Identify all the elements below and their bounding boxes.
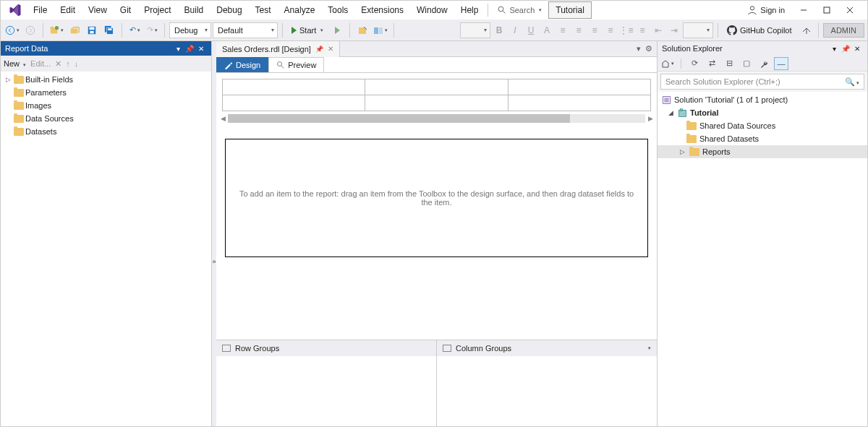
font-color-button[interactable]: A bbox=[540, 23, 554, 38]
chevron-down-icon[interactable]: ▾ bbox=[648, 345, 651, 351]
column-groups-panel: Column Groups▾ bbox=[436, 340, 657, 426]
close-icon[interactable]: ✕ bbox=[195, 45, 207, 53]
pin-icon[interactable]: 📌 bbox=[315, 46, 323, 53]
menu-debug[interactable]: Debug bbox=[210, 2, 248, 18]
undo-button[interactable]: ↶▾ bbox=[127, 22, 142, 38]
se-preview-button[interactable]: — bbox=[774, 57, 788, 70]
tree-datasets[interactable]: Datasets bbox=[1, 125, 211, 138]
align-center-button[interactable]: ≡ bbox=[571, 23, 586, 38]
solution-explorer-search[interactable]: Search Solution Explorer (Ctrl+;) 🔍▾ bbox=[660, 74, 864, 90]
preview-tab[interactable]: Preview bbox=[268, 57, 324, 72]
list-bullet-button[interactable]: ⋮≡ bbox=[619, 23, 634, 38]
svg-rect-27 bbox=[680, 108, 682, 110]
underline-button[interactable]: U bbox=[524, 23, 538, 38]
platform-combo[interactable]: Default bbox=[213, 22, 278, 38]
scroll-right-button[interactable]: ▶ bbox=[645, 115, 655, 122]
menu-git[interactable]: Git bbox=[114, 2, 137, 18]
column-groups-body[interactable] bbox=[437, 356, 657, 426]
open-button[interactable] bbox=[67, 22, 82, 38]
menu-edit[interactable]: Edit bbox=[54, 2, 82, 18]
list-number-button[interactable]: ≡ bbox=[635, 23, 650, 38]
config-combo[interactable]: Debug bbox=[169, 22, 211, 38]
close-icon[interactable]: ✕ bbox=[328, 45, 333, 53]
expander-icon[interactable]: ▷ bbox=[4, 76, 12, 83]
tree-data-sources[interactable]: Data Sources bbox=[1, 112, 211, 125]
scroll-track[interactable] bbox=[228, 114, 645, 123]
solution-node[interactable]: Solution 'Tutorial' (1 of 1 project) bbox=[658, 93, 867, 106]
se-switch-button[interactable]: ⇄ bbox=[705, 57, 719, 70]
se-show-all-button[interactable]: ▢ bbox=[739, 57, 754, 70]
search-box[interactable]: Search ▾ bbox=[491, 4, 548, 17]
redo-button[interactable]: ↷▾ bbox=[144, 22, 160, 38]
se-shared-data-sources[interactable]: Shared Data Sources bbox=[658, 119, 867, 132]
menu-tutorial[interactable]: Tutorial bbox=[548, 1, 592, 19]
scroll-thumb[interactable] bbox=[228, 114, 570, 123]
pin-icon[interactable]: 📌 bbox=[840, 45, 851, 53]
nav-forward-button[interactable] bbox=[22, 22, 38, 38]
new-project-button[interactable]: ▾ bbox=[48, 22, 65, 38]
align-justify-button[interactable]: ≡ bbox=[603, 23, 618, 38]
menu-help[interactable]: Help bbox=[454, 2, 485, 18]
sign-in-button[interactable]: Sign in bbox=[741, 4, 791, 17]
italic-button[interactable]: I bbox=[508, 23, 522, 38]
table-header-region[interactable] bbox=[216, 73, 657, 113]
se-properties-button[interactable] bbox=[757, 57, 771, 70]
se-sync-button[interactable]: ⟳ bbox=[687, 57, 702, 70]
unknown-combo[interactable] bbox=[460, 22, 490, 38]
se-shared-datasets[interactable]: Shared Datasets bbox=[658, 132, 867, 145]
share-button[interactable] bbox=[798, 22, 814, 38]
menu-tools[interactable]: Tools bbox=[321, 2, 354, 18]
doc-dropdown-button[interactable]: ▾ bbox=[637, 44, 641, 53]
expander-icon[interactable]: ◢ bbox=[666, 109, 675, 116]
se-reports[interactable]: ▷Reports bbox=[658, 145, 867, 158]
menu-window[interactable]: Window bbox=[410, 2, 454, 18]
menu-view[interactable]: View bbox=[82, 2, 114, 18]
save-button[interactable] bbox=[84, 22, 100, 38]
rd-down-button[interactable]: ↓ bbox=[75, 59, 79, 68]
rd-up-button[interactable]: ↑ bbox=[66, 59, 70, 68]
scroll-left-button[interactable]: ◀ bbox=[218, 115, 228, 122]
toolbar-misc-1[interactable] bbox=[354, 22, 370, 38]
copilot-button[interactable]: GitHub Copilot bbox=[723, 25, 796, 35]
row-groups-body[interactable] bbox=[216, 356, 436, 426]
maximize-button[interactable] bbox=[817, 3, 837, 17]
rd-edit-button[interactable]: Edit... bbox=[30, 59, 51, 68]
outdent-button[interactable]: ⇤ bbox=[651, 23, 665, 38]
pin-icon[interactable]: 📌 bbox=[184, 45, 195, 53]
bold-button[interactable]: B bbox=[492, 23, 506, 38]
menu-test[interactable]: Test bbox=[249, 2, 278, 18]
rd-new-button[interactable]: New ▾ bbox=[4, 59, 26, 68]
toolbar-misc-2[interactable]: ▾ bbox=[372, 22, 389, 38]
report-body-placeholder[interactable]: To add an item to the report: drag an it… bbox=[225, 139, 648, 257]
design-tab[interactable]: Design bbox=[216, 57, 268, 72]
nav-back-button[interactable]: ▾ bbox=[4, 22, 21, 38]
tree-builtin-fields[interactable]: ▷Built-in Fields bbox=[1, 73, 211, 86]
align-right-button[interactable]: ≡ bbox=[587, 23, 602, 38]
project-node[interactable]: ◢ Tutorial bbox=[658, 106, 867, 119]
horizontal-scrollbar[interactable]: ◀ ▶ bbox=[216, 113, 657, 124]
menu-analyze[interactable]: Analyze bbox=[278, 2, 322, 18]
panel-menu-button[interactable]: ▾ bbox=[172, 45, 184, 53]
se-collapse-button[interactable]: ⊟ bbox=[722, 57, 736, 70]
align-left-button[interactable]: ≡ bbox=[556, 23, 570, 38]
doc-gear-icon[interactable]: ⚙ bbox=[645, 44, 652, 53]
save-all-button[interactable] bbox=[101, 22, 117, 38]
document-tab[interactable]: Sales Orders.rdl [Design] 📌 ✕ bbox=[216, 41, 340, 57]
tree-parameters[interactable]: Parameters bbox=[1, 86, 211, 99]
minimize-button[interactable] bbox=[793, 3, 814, 17]
menu-build[interactable]: Build bbox=[178, 2, 210, 18]
menu-extensions[interactable]: Extensions bbox=[354, 2, 410, 18]
start-button[interactable]: Start ▾ bbox=[287, 22, 328, 38]
expander-icon[interactable]: ▷ bbox=[678, 148, 686, 155]
close-button[interactable] bbox=[840, 3, 860, 17]
menu-file[interactable]: File bbox=[27, 2, 54, 18]
start-without-debug-button[interactable] bbox=[329, 22, 345, 38]
close-icon[interactable]: ✕ bbox=[851, 45, 863, 53]
tree-images[interactable]: Images bbox=[1, 99, 211, 112]
rd-delete-button[interactable]: ✕ bbox=[55, 59, 61, 69]
unknown-combo-2[interactable] bbox=[683, 22, 713, 38]
panel-menu-button[interactable]: ▾ bbox=[828, 45, 840, 53]
menu-project[interactable]: Project bbox=[137, 2, 177, 18]
se-home-button[interactable]: ▾ bbox=[660, 57, 675, 70]
indent-button[interactable]: ⇥ bbox=[667, 23, 681, 38]
